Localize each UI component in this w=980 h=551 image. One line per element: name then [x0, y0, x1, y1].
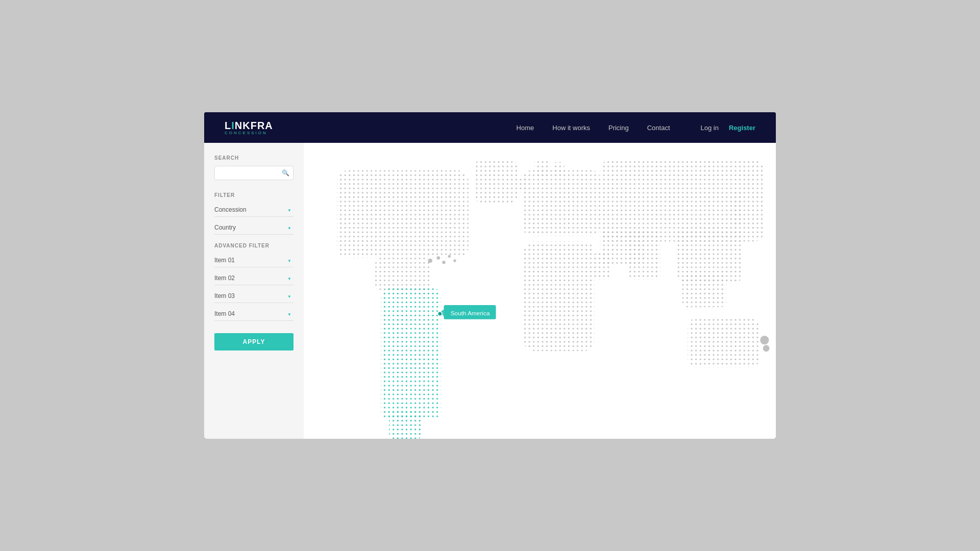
svg-rect-26	[600, 228, 644, 266]
svg-text:South America: South America	[451, 310, 490, 317]
apply-button[interactable]: APPLY	[214, 333, 293, 350]
app-screen: LINKFRA CONCESSION Home How it works Pri…	[204, 112, 776, 439]
nav-link-contact[interactable]: Contact	[647, 124, 670, 132]
svg-rect-16	[523, 241, 595, 351]
svg-point-9	[453, 259, 456, 262]
search-label: SEARCH	[214, 155, 293, 161]
svg-rect-13	[534, 159, 551, 176]
sidebar: SEARCH 🔍 FILTER Concession Country ADVAN…	[204, 143, 304, 439]
navbar: LINKFRA CONCESSION Home How it works Pri…	[204, 112, 776, 143]
item04-select[interactable]: Item 04	[214, 307, 293, 321]
logo-bracket: I	[231, 120, 235, 131]
nav-item-pricing[interactable]: Pricing	[608, 123, 629, 132]
svg-rect-12	[523, 170, 600, 236]
country-select-wrapper: Country	[214, 221, 293, 235]
svg-point-24	[760, 336, 769, 344]
europe	[518, 159, 600, 236]
svg-rect-11	[389, 411, 422, 439]
north-america	[337, 159, 518, 291]
nav-item-how-it-works[interactable]: How it works	[552, 123, 590, 132]
africa	[523, 241, 610, 351]
item02-wrapper: Item 02	[214, 271, 293, 285]
svg-point-5	[428, 259, 432, 263]
svg-rect-10	[381, 288, 441, 420]
login-link[interactable]: Log in	[701, 124, 719, 132]
item03-wrapper: Item 03	[214, 289, 293, 303]
south-america-tooltip: South America	[439, 305, 496, 319]
svg-rect-23	[688, 318, 760, 368]
nav-item-contact[interactable]: Contact	[647, 123, 670, 132]
item01-select[interactable]: Item 01	[214, 254, 293, 267]
country-select[interactable]: Country	[214, 221, 293, 235]
world-map: South America	[304, 143, 776, 439]
nav-link-how-it-works[interactable]: How it works	[552, 124, 590, 132]
main-content: SEARCH 🔍 FILTER Concession Country ADVAN…	[204, 143, 776, 439]
svg-rect-21	[682, 274, 726, 307]
search-icon[interactable]: 🔍	[282, 169, 289, 177]
item01-wrapper: Item 01	[214, 254, 293, 267]
svg-rect-14	[553, 162, 564, 176]
nav-item-home[interactable]: Home	[517, 123, 534, 132]
svg-rect-15	[518, 176, 529, 192]
south-america-highlighted[interactable]	[381, 288, 441, 439]
svg-rect-22	[731, 192, 742, 225]
svg-point-7	[442, 261, 445, 264]
filter-label: FILTER	[214, 192, 293, 198]
concession-select[interactable]: Concession	[214, 203, 293, 217]
svg-point-6	[437, 256, 440, 259]
item03-select[interactable]: Item 03	[214, 289, 293, 303]
logo-sub: CONCESSION	[225, 131, 273, 135]
south-america-pin	[438, 312, 443, 316]
concession-select-wrapper: Concession	[214, 203, 293, 217]
svg-rect-4	[375, 258, 430, 291]
item04-wrapper: Item 04	[214, 307, 293, 321]
svg-point-25	[763, 345, 770, 352]
register-link[interactable]: Register	[729, 124, 755, 132]
svg-point-8	[448, 255, 451, 258]
logo: LINKFRA CONCESSION	[225, 120, 273, 135]
middle-east	[600, 228, 644, 266]
map-area: South America	[304, 143, 776, 439]
svg-rect-3	[474, 159, 518, 203]
nav-links: Home How it works Pricing Contact	[517, 123, 670, 132]
nav-link-home[interactable]: Home	[517, 124, 534, 132]
svg-rect-2	[337, 170, 469, 258]
nav-link-pricing[interactable]: Pricing	[608, 124, 629, 132]
australia	[688, 318, 770, 368]
search-box: 🔍	[214, 166, 293, 180]
item02-select[interactable]: Item 02	[214, 271, 293, 285]
advanced-filter-label: ADVANCED FILTER	[214, 243, 293, 248]
nav-auth: Log in Register	[701, 124, 755, 132]
